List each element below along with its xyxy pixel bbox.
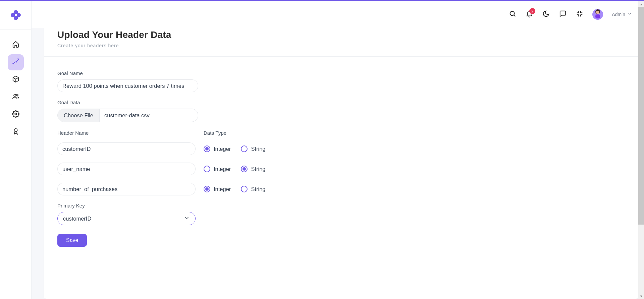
radio-dot-icon	[204, 186, 210, 192]
goal-name-label: Goal Name	[57, 70, 625, 76]
nav-workflow[interactable]	[8, 54, 24, 70]
header-name-input[interactable]	[57, 142, 196, 155]
radio-dot-icon	[241, 145, 248, 152]
nav-home[interactable]	[8, 37, 24, 53]
data-type-radios: Integer String	[204, 145, 265, 152]
header-name-input[interactable]	[57, 183, 196, 195]
goal-name-input[interactable]	[57, 79, 198, 92]
radio-integer-label: Integer	[214, 146, 231, 152]
goal-data-field: Goal Data Choose File customer-data.csv	[57, 100, 625, 122]
chevron-down-icon	[184, 215, 190, 222]
headers-columns: Header Name Data Type	[57, 130, 625, 139]
package-icon	[12, 75, 19, 84]
radio-integer-label: Integer	[214, 186, 231, 192]
choose-file-button[interactable]: Choose File	[58, 109, 100, 122]
svg-point-13	[596, 11, 599, 14]
svg-point-6	[16, 61, 17, 62]
radio-dot-icon	[204, 166, 210, 172]
radio-integer[interactable]: Integer	[204, 145, 231, 152]
svg-point-10	[14, 129, 17, 132]
fullscreen-toggle[interactable]	[576, 10, 584, 18]
scroll-up-icon[interactable]: ▲	[638, 1, 644, 7]
radio-string-label: String	[251, 186, 265, 192]
radio-string-label: String	[251, 146, 265, 152]
nav-settings[interactable]	[8, 107, 24, 123]
primary-key-field: Primary Key customerID	[57, 203, 625, 225]
header-name-label: Header Name	[57, 130, 196, 136]
nav-package[interactable]	[8, 72, 24, 88]
moon-icon	[542, 10, 550, 19]
search-icon	[509, 10, 516, 19]
scroll-down-icon[interactable]: ▼	[638, 293, 644, 299]
data-type-radios: Integer String	[204, 166, 265, 172]
primary-key-value: customerID	[63, 216, 91, 222]
radio-string[interactable]: String	[241, 166, 265, 172]
radio-dot-icon	[241, 166, 248, 172]
search-button[interactable]	[508, 10, 517, 18]
radio-integer[interactable]: Integer	[204, 186, 231, 192]
user-menu[interactable]: Admin	[612, 11, 632, 17]
form: Goal Name Goal Data Choose File customer…	[44, 57, 638, 260]
data-type-label: Data Type	[204, 130, 226, 136]
chat-icon	[559, 10, 567, 19]
svg-point-9	[15, 113, 17, 115]
avatar[interactable]	[592, 9, 603, 20]
messages-button[interactable]	[559, 10, 567, 18]
notifications-button[interactable]: 2	[525, 10, 533, 18]
svg-point-4	[14, 14, 16, 16]
workflow-icon	[12, 58, 19, 67]
brand-logo-icon	[10, 9, 21, 21]
sidebar-nav	[8, 29, 24, 140]
header-row: Integer String	[57, 163, 625, 175]
notification-badge: 2	[529, 8, 535, 14]
header-name-input[interactable]	[57, 163, 196, 175]
radio-string-label: String	[251, 166, 265, 172]
radio-string[interactable]: String	[241, 145, 265, 152]
file-input: Choose File customer-data.csv	[57, 109, 198, 122]
window-scrollbar[interactable]: ▲ ▼	[638, 1, 644, 299]
radio-dot-icon	[204, 145, 210, 152]
card: Upload Your Header Data Create your head…	[44, 28, 639, 299]
radio-integer[interactable]: Integer	[204, 166, 231, 172]
brand-logo-wrap	[0, 1, 32, 29]
nav-badges[interactable]	[8, 124, 24, 140]
nav-users[interactable]	[8, 89, 24, 105]
topbar: 2 Admin	[32, 1, 644, 28]
gear-icon	[12, 110, 19, 119]
goal-data-label: Goal Data	[57, 100, 625, 105]
svg-point-7	[14, 94, 16, 96]
svg-point-11	[510, 11, 515, 15]
theme-toggle[interactable]	[542, 10, 550, 18]
user-label: Admin	[612, 12, 625, 17]
page-title: Upload Your Header Data	[57, 29, 625, 40]
scroll-thumb[interactable]	[638, 7, 644, 225]
home-icon	[12, 41, 19, 49]
svg-rect-14	[595, 14, 600, 18]
scroll-track[interactable]	[638, 7, 644, 293]
save-button[interactable]: Save	[57, 234, 87, 247]
badge-icon	[12, 128, 19, 136]
header-row: Integer String	[57, 142, 625, 155]
card-header: Upload Your Header Data Create your head…	[44, 28, 638, 57]
radio-integer-label: Integer	[214, 166, 231, 172]
app-shell: 2 Admin	[0, 1, 644, 299]
header-row: Integer String	[57, 183, 625, 195]
goal-name-field: Goal Name	[57, 70, 625, 92]
file-name-display: customer-data.csv	[100, 109, 198, 122]
minimize-icon	[576, 10, 583, 19]
radio-string[interactable]: String	[241, 186, 265, 192]
primary-key-label: Primary Key	[57, 203, 625, 208]
content: Upload Your Header Data Create your head…	[44, 28, 639, 299]
primary-key-select[interactable]: customerID	[57, 212, 196, 225]
svg-point-5	[13, 63, 14, 64]
users-icon	[12, 93, 19, 102]
page-subtitle: Create your headers here	[57, 43, 625, 48]
svg-point-3	[13, 16, 18, 20]
avatar-icon	[593, 9, 602, 20]
chevron-down-icon	[627, 11, 632, 17]
main-area: 2 Admin	[32, 1, 644, 299]
svg-point-8	[16, 94, 18, 96]
data-type-radios: Integer String	[204, 186, 265, 192]
sidebar	[0, 1, 32, 299]
radio-dot-icon	[241, 186, 248, 192]
